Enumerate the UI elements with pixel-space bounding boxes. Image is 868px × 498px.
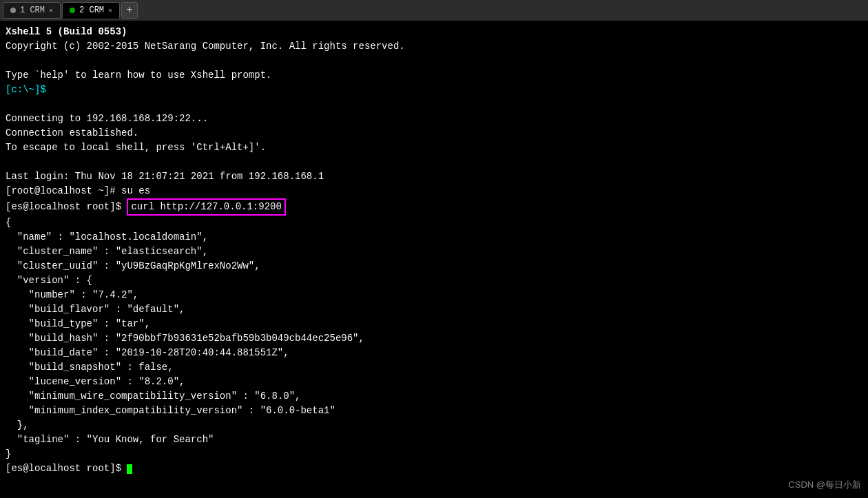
- terminal-line: [6, 54, 862, 68]
- terminal-line: },: [6, 418, 862, 433]
- terminal-line: [6, 97, 862, 112]
- terminal-line: "number" : "7.4.2",: [6, 288, 862, 302]
- terminal-line: "build_flavor" : "default",: [6, 302, 862, 317]
- watermark-text: CSDN @每日小新: [788, 479, 861, 491]
- terminal-cursor: [127, 464, 132, 474]
- terminal-line: "name" : "localhost.localdomain",: [6, 230, 862, 245]
- terminal-line: Copyright (c) 2002-2015 NetSarang Comput…: [6, 39, 862, 54]
- terminal-line: "lucene_version" : "8.2.0",: [6, 375, 862, 389]
- terminal-line: "minimum_index_compatibility_version" : …: [6, 404, 862, 418]
- terminal-line: Last login: Thu Nov 18 21:07:21 2021 fro…: [6, 169, 862, 184]
- terminal-line: "tagline" : "You Know, for Search": [6, 433, 862, 447]
- terminal-line: Connecting to 192.168.168.129:22...: [6, 112, 862, 126]
- terminal-line: "build_snapshot" : false,: [6, 360, 862, 375]
- tab-bar: 1 CRM ✕ 2 CRM ✕ +: [0, 0, 868, 21]
- terminal-line: Xshell 5 (Build 0553): [6, 25, 862, 39]
- terminal-line: Type `help' to learn how to use Xshell p…: [6, 68, 862, 83]
- terminal-line: {: [6, 216, 862, 230]
- terminal-line: [root@localhost ~]# su es: [6, 184, 862, 198]
- terminal-line: "cluster_name" : "elasticsearch",: [6, 245, 862, 259]
- terminal-prompt-final: [es@localhost root]$: [6, 461, 862, 476]
- terminal-line: "build_type" : "tar",: [6, 317, 862, 331]
- terminal-line: [c:\~]$: [6, 83, 862, 97]
- terminal-line: "cluster_uuid" : "yU9BzGaqRpKgMlrexNo2Ww…: [6, 259, 862, 273]
- terminal-line: To escape to local shell, press 'Ctrl+Al…: [6, 141, 862, 155]
- highlighted-command: curl http://127.0.0.1:9200: [127, 198, 285, 216]
- terminal-line: }: [6, 447, 862, 461]
- terminal-line: "build_date" : "2019-10-28T20:40:44.8815…: [6, 346, 862, 360]
- tab-add-button[interactable]: +: [121, 2, 138, 19]
- tab2-close[interactable]: ✕: [108, 6, 112, 14]
- tab-2-crm[interactable]: 2 CRM ✕: [62, 2, 120, 19]
- terminal-line: "minimum_wire_compatibility_version" : "…: [6, 389, 862, 404]
- xshell-title: Xshell 5 (Build 0553): [6, 26, 127, 37]
- terminal-line: "build_hash" : "2f90bbf7b93631e52bafb59b…: [6, 331, 862, 346]
- tab-1-crm[interactable]: 1 CRM ✕: [3, 2, 61, 19]
- tab1-label: 1 CRM: [20, 6, 45, 15]
- tab2-label: 2 CRM: [79, 6, 104, 15]
- tab1-dot: [10, 8, 16, 13]
- tab2-dot: [70, 8, 75, 13]
- terminal-area[interactable]: Xshell 5 (Build 0553) Copyright (c) 2002…: [0, 21, 868, 498]
- terminal-line: "version" : {: [6, 273, 862, 288]
- terminal-cmd-line: [es@localhost root]$ curl http://127.0.0…: [6, 198, 862, 216]
- terminal-line: Connection established.: [6, 126, 862, 141]
- terminal-line: [6, 155, 862, 169]
- tab1-close[interactable]: ✕: [49, 6, 53, 14]
- prompt-text: [c:\~]$: [6, 84, 46, 95]
